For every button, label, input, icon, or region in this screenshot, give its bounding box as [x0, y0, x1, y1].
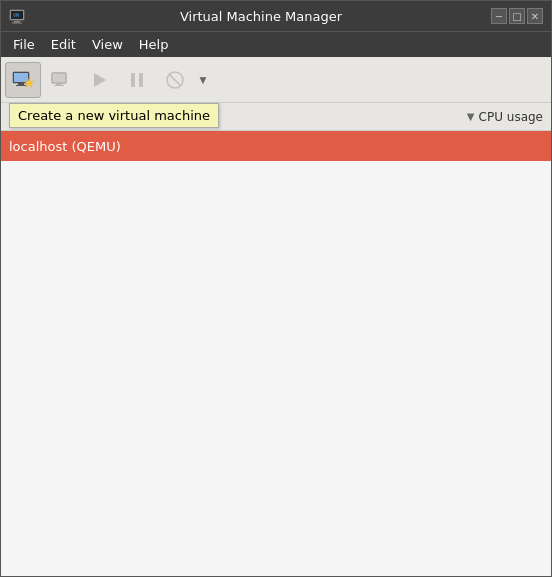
svg-rect-12: [56, 83, 62, 85]
svg-rect-13: [54, 85, 64, 86]
run-button[interactable]: [81, 62, 117, 98]
vm-name-label: localhost (QEMU): [9, 139, 121, 154]
dropdown-arrow-icon: ▼: [200, 75, 207, 85]
svg-rect-2: [14, 21, 20, 23]
menu-edit[interactable]: Edit: [43, 34, 84, 55]
svg-rect-16: [139, 73, 143, 87]
new-vm-icon: [11, 68, 35, 92]
title-bar-controls: − □ ✕: [491, 8, 543, 24]
column-name-label: Na: [9, 110, 467, 124]
menu-file[interactable]: File: [5, 34, 43, 55]
svg-rect-15: [131, 73, 135, 87]
run-icon: [87, 68, 111, 92]
column-cpu-area: ▼ CPU usage: [467, 110, 543, 124]
menu-view[interactable]: View: [84, 34, 131, 55]
maximize-button[interactable]: □: [509, 8, 525, 24]
svg-rect-6: [14, 73, 28, 82]
svg-line-18: [169, 74, 181, 86]
vm-list-item[interactable]: localhost (QEMU): [1, 131, 551, 161]
menu-bar: File Edit View Help: [1, 31, 551, 57]
filter-icon[interactable]: ▼: [467, 111, 475, 122]
main-window: VM Virtual Machine Manager − □ ✕ File Ed…: [0, 0, 552, 577]
menu-help[interactable]: Help: [131, 34, 177, 55]
svg-rect-7: [18, 83, 24, 85]
toolbar: ▼ Create a new virtual machine: [1, 57, 551, 103]
svg-marker-14: [94, 73, 106, 87]
column-header: Na ▼ CPU usage: [1, 103, 551, 131]
minimize-button[interactable]: −: [491, 8, 507, 24]
new-vm-button[interactable]: [5, 62, 41, 98]
open-connection-button[interactable]: [43, 62, 79, 98]
dropdown-button[interactable]: ▼: [195, 62, 211, 98]
pause-icon: [125, 68, 149, 92]
window-title: Virtual Machine Manager: [31, 9, 491, 24]
stop-button[interactable]: [157, 62, 193, 98]
column-cpu-label: CPU usage: [479, 110, 543, 124]
svg-rect-3: [12, 23, 22, 24]
svg-rect-8: [16, 85, 26, 86]
close-button[interactable]: ✕: [527, 8, 543, 24]
open-connection-icon: [49, 68, 73, 92]
app-icon: VM: [9, 8, 25, 24]
stop-icon: [163, 68, 187, 92]
vm-list: localhost (QEMU): [1, 131, 551, 576]
svg-text:VM: VM: [13, 12, 19, 18]
svg-rect-11: [53, 74, 65, 82]
pause-button[interactable]: [119, 62, 155, 98]
title-bar-left: VM: [9, 8, 31, 24]
title-bar: VM Virtual Machine Manager − □ ✕: [1, 1, 551, 31]
